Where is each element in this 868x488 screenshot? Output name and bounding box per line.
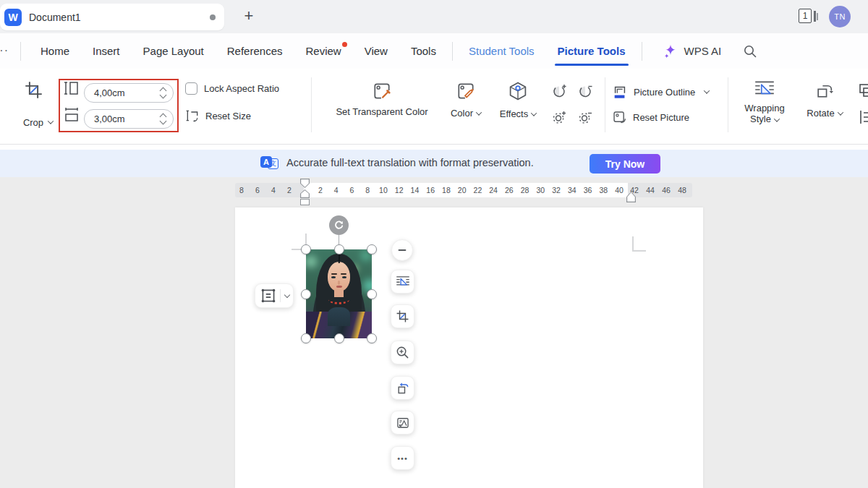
resize-handle-e[interactable]: [367, 289, 377, 299]
ruler-number: 30: [537, 186, 545, 194]
height-stepper[interactable]: [161, 88, 166, 98]
zoom-quick-button[interactable]: [391, 341, 414, 364]
ruler-number: 26: [505, 186, 514, 194]
notification-dot: [342, 42, 347, 47]
reset-size-icon: [185, 108, 200, 123]
align-icon: [858, 108, 868, 126]
rotate-quick-button[interactable]: [391, 376, 414, 400]
rotate-handle[interactable]: [329, 215, 349, 235]
layout-options-button[interactable]: [255, 283, 294, 308]
ruler-number: 6: [350, 186, 354, 194]
menu-tab-label: Page Layout: [143, 45, 204, 57]
document-tab[interactable]: W Document1: [0, 4, 224, 30]
lock-aspect-ratio-label: Lock Aspect Ratio: [204, 83, 279, 94]
menu-tab-label: Tools: [411, 45, 436, 57]
decrease-contrast-button[interactable]: [576, 82, 594, 100]
banner-message: Accurate full-text translation with form…: [286, 157, 534, 168]
menubar-items: HomeInsertPage LayoutReferencesReviewVie…: [29, 33, 647, 69]
ruler-number: 6: [255, 186, 260, 194]
hanging-indent-marker[interactable]: [300, 189, 310, 198]
wrapping-style-icon: [753, 79, 776, 99]
resize-handle-sw[interactable]: [301, 333, 311, 343]
align-button[interactable]: [858, 108, 868, 126]
set-transparent-color-button[interactable]: Set Transparent Color: [326, 81, 438, 117]
lock-aspect-ratio-checkbox[interactable]: Lock Aspect Ratio: [185, 82, 279, 95]
ruler-number: 24: [489, 186, 498, 194]
first-line-indent-marker[interactable]: [300, 179, 310, 188]
rotate-button[interactable]: Rotate: [801, 82, 848, 119]
menu-tab-references[interactable]: References: [216, 33, 294, 69]
crop-quick-button[interactable]: [391, 304, 414, 328]
reset-picture-button[interactable]: Reset Picture: [612, 110, 689, 125]
increase-contrast-button[interactable]: [550, 82, 568, 100]
crop-label: Crop: [23, 117, 43, 128]
document-page[interactable]: •••: [235, 207, 703, 488]
menu-tab-home[interactable]: Home: [29, 33, 81, 69]
ruler-number: 36: [584, 186, 592, 194]
bring-forward-button[interactable]: [858, 82, 868, 100]
menu-tab-label: View: [365, 45, 388, 57]
resize-handle-s[interactable]: [334, 333, 344, 343]
menu-tab-label: Review: [306, 45, 341, 57]
effects-button[interactable]: Effects: [494, 80, 542, 120]
ruler-number: 20: [458, 186, 467, 194]
checkbox-icon[interactable]: [185, 82, 197, 95]
ruler-number: 2: [318, 186, 323, 194]
extract-text-button[interactable]: [391, 411, 414, 435]
resize-handle-se[interactable]: [367, 333, 377, 343]
ribbon-gap: [0, 145, 868, 150]
menu-tab-view[interactable]: View: [353, 33, 399, 69]
menu-overflow-icon[interactable]: ···: [0, 44, 9, 57]
ruler-number: 2: [287, 186, 292, 194]
resize-handle-nw[interactable]: [301, 244, 311, 254]
color-button[interactable]: Color: [443, 81, 488, 119]
menu-tab-review[interactable]: Review: [294, 33, 353, 69]
menu-tab-insert[interactable]: Insert: [81, 33, 132, 69]
menu-tab-label: Insert: [93, 45, 120, 57]
crop-button[interactable]: Crop: [12, 76, 55, 135]
resize-handle-ne[interactable]: [367, 244, 377, 254]
reset-size-button[interactable]: Reset Size: [185, 108, 251, 123]
resize-handle-n[interactable]: [334, 244, 344, 254]
spinner-down-icon[interactable]: [160, 118, 167, 125]
width-icon: [63, 106, 80, 124]
menu-tab-picture-tools[interactable]: Picture Tools: [546, 33, 637, 69]
menu-tab-tools[interactable]: Tools: [399, 33, 448, 69]
menu-tab-student-tools[interactable]: Student Tools: [457, 33, 546, 69]
window-count-badge[interactable]: 1: [799, 8, 819, 25]
search-button[interactable]: [743, 44, 757, 59]
try-now-button[interactable]: Try Now: [590, 154, 660, 174]
picture-outline-button[interactable]: Picture Outline: [612, 84, 709, 100]
increase-brightness-button[interactable]: [550, 108, 568, 126]
document-title: Document1: [29, 12, 204, 23]
new-tab-button[interactable]: +: [239, 6, 259, 26]
chevron-down-icon: [704, 87, 710, 93]
menubar-separator: [452, 42, 453, 61]
wrapping-style-quick-button[interactable]: [391, 270, 414, 294]
wrapping-style-button[interactable]: Wrapping Style: [735, 79, 794, 124]
collapse-toolbar-button[interactable]: [391, 239, 413, 261]
decrease-contrast-icon: [576, 82, 594, 100]
menu-tab-page-layout[interactable]: Page Layout: [132, 33, 216, 69]
right-indent-marker[interactable]: [626, 192, 636, 202]
more-options-button[interactable]: •••: [391, 446, 414, 470]
avatar[interactable]: TN: [829, 6, 851, 27]
rotate-handle-line: [339, 234, 340, 245]
width-field[interactable]: 3,00cm: [84, 109, 174, 129]
left-indent-marker[interactable]: [300, 199, 310, 205]
ruler-number: 38: [599, 186, 608, 194]
wps-ai-button[interactable]: WPS AI: [663, 43, 722, 59]
collapse-icon: [397, 245, 407, 255]
ribbon-separator: [728, 77, 728, 132]
chevron-down-icon: [531, 110, 537, 116]
chevron-down-icon: [476, 109, 482, 115]
crop-icon: [396, 309, 409, 323]
decrease-brightness-button[interactable]: [576, 108, 594, 126]
height-field[interactable]: 4,00cm: [84, 83, 174, 103]
wps-logo-icon: W: [4, 9, 22, 26]
width-stepper[interactable]: [161, 114, 166, 124]
ribbon-separator: [311, 77, 312, 132]
resize-handle-w[interactable]: [301, 289, 311, 299]
spinner-down-icon[interactable]: [160, 92, 167, 99]
selected-image[interactable]: [306, 249, 372, 338]
